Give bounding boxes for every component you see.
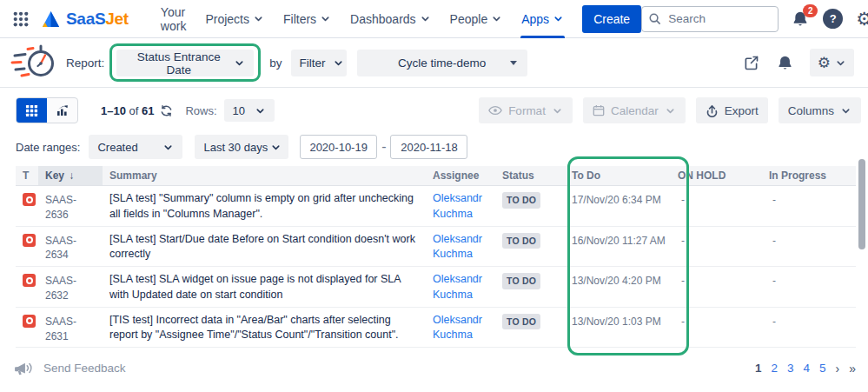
- issue-type-cell: [16, 226, 38, 267]
- next-page-icon[interactable]: ›: [836, 362, 840, 375]
- search-icon: [648, 12, 661, 25]
- primary-nav: Your work Projects Filters Dashboards Pe…: [151, 0, 573, 38]
- gear-icon: ⚙: [818, 56, 831, 70]
- issue-key-cell: SAAS-2632: [38, 267, 103, 308]
- col-header-onhold[interactable]: ON HOLD: [671, 166, 762, 186]
- assignee-link[interactable]: Oleksandr Kuchma: [433, 314, 482, 342]
- todo-date-cell: 13/Nov/20 1:03 PM: [565, 307, 671, 348]
- brand-text: SaaSJet: [66, 10, 129, 29]
- table-row[interactable]: SAAS-2631 [TIS test] Incorrect data in "…: [16, 307, 856, 348]
- bug-icon: [23, 315, 36, 328]
- chevron-down-icon: [162, 142, 174, 153]
- app-switcher-icon[interactable]: [12, 10, 30, 28]
- col-header-status[interactable]: Status: [495, 166, 565, 186]
- onhold-cell: -: [671, 226, 762, 267]
- grid-toolbar: 1–10 of 61 Rows: 10 Format Calendar: [0, 97, 868, 123]
- search-input[interactable]: [641, 6, 779, 32]
- col-header-summary[interactable]: Summary: [103, 166, 426, 186]
- date-to-input[interactable]: [390, 135, 467, 159]
- report-select[interactable]: Status Entrance Date: [116, 50, 254, 76]
- issue-status-cell: TO DO: [495, 267, 565, 308]
- report-label: Report:: [66, 56, 104, 70]
- share-export-icon[interactable]: [742, 54, 760, 72]
- grid-view-button[interactable]: [17, 98, 47, 123]
- todo-date-cell: 16/Nov/20 11:27 AM: [565, 226, 671, 267]
- status-badge: TO DO: [502, 192, 540, 209]
- settings-gear-icon[interactable]: ⚙: [856, 10, 868, 28]
- format-button[interactable]: Format: [479, 97, 573, 123]
- toolbar-right: Format Calendar Export Columns: [479, 97, 861, 123]
- chevron-down-icon: [835, 57, 846, 69]
- columns-button[interactable]: Columns: [779, 97, 861, 123]
- onhold-cell: -: [671, 307, 762, 348]
- assignee-link[interactable]: Oleksandr Kuchma: [433, 233, 482, 261]
- assignee-link[interactable]: Oleksandr Kuchma: [433, 192, 482, 220]
- table-row[interactable]: SAAS-2636 [SLA test] "Summary" column is…: [16, 186, 856, 227]
- onhold-cell: -: [671, 186, 762, 227]
- chevron-down-icon: [665, 105, 676, 116]
- inprogress-cell: -: [762, 186, 856, 227]
- date-preset-select[interactable]: Last 30 days: [195, 135, 288, 159]
- table-row[interactable]: SAAS-2632 [SLA test] SLA widget on issue…: [16, 267, 856, 308]
- create-button[interactable]: Create: [582, 5, 641, 33]
- col-header-type[interactable]: T: [16, 166, 38, 186]
- brand-logo[interactable]: SaaSJet: [40, 10, 129, 29]
- col-header-todo[interactable]: To Do: [565, 166, 671, 186]
- notifications-icon[interactable]: 2: [791, 10, 810, 29]
- report-bar: Report: Status Entrance Date by Filter C…: [0, 38, 868, 88]
- vertical-scrollbar[interactable]: [858, 159, 865, 249]
- filter-select[interactable]: Filter: [291, 50, 347, 76]
- last-page-icon[interactable]: »: [849, 362, 856, 375]
- page-link-5[interactable]: 5: [819, 362, 826, 375]
- table-row[interactable]: SAAS-2634 [SLA test] Start/Due date Befo…: [16, 226, 856, 267]
- table-header-row: T Key ↓ Summary Assignee Status To Do ON…: [16, 166, 856, 186]
- issue-key-cell: SAAS-2636: [38, 186, 103, 227]
- todo-date-cell: 17/Nov/20 6:34 PM: [565, 186, 671, 227]
- report-bell-icon[interactable]: [776, 54, 794, 72]
- send-feedback-link[interactable]: Send Feedback: [14, 360, 126, 377]
- page: SaaSJet Your work Projects Filters Dashb…: [0, 0, 868, 392]
- issues-table-wrap: T Key ↓ Summary Assignee Status To Do ON…: [16, 166, 856, 361]
- help-icon[interactable]: ?: [823, 9, 843, 29]
- date-field-select[interactable]: Created: [89, 135, 182, 159]
- page-link-2[interactable]: 2: [771, 362, 778, 375]
- chevron-down-icon: [255, 105, 266, 116]
- status-badge: TO DO: [502, 273, 540, 289]
- chart-view-button[interactable]: [47, 98, 77, 123]
- col-header-inprogress[interactable]: In Progress: [762, 166, 856, 186]
- page-link-3[interactable]: 3: [787, 362, 794, 375]
- col-header-key[interactable]: Key ↓: [38, 166, 103, 186]
- nav-item-your-work[interactable]: Your work: [151, 0, 196, 38]
- nav-item-people[interactable]: People: [441, 0, 513, 38]
- refresh-icon[interactable]: [160, 104, 173, 117]
- col-header-assignee[interactable]: Assignee: [426, 166, 495, 186]
- inprogress-cell: -: [762, 267, 856, 308]
- export-button[interactable]: Export: [696, 97, 768, 123]
- by-label: by: [269, 56, 282, 70]
- report-settings-button[interactable]: ⚙: [810, 49, 854, 76]
- bug-icon: [23, 234, 36, 247]
- rows-select[interactable]: 10: [224, 99, 275, 122]
- assignee-link[interactable]: Oleksandr Kuchma: [433, 273, 482, 301]
- chevron-down-icon: [333, 57, 344, 69]
- todo-date-cell: 13/Nov/20 4:20 PM: [565, 267, 671, 308]
- send-feedback-label: Send Feedback: [43, 362, 126, 375]
- issue-type-cell: [16, 186, 38, 227]
- issue-assignee-cell: Oleksandr Kuchma: [426, 267, 495, 308]
- nav-item-filters[interactable]: Filters: [274, 0, 341, 38]
- page-current[interactable]: 1: [755, 362, 762, 375]
- issue-status-cell: TO DO: [495, 226, 565, 267]
- calendar-button[interactable]: Calendar: [583, 97, 686, 123]
- page-link-4[interactable]: 4: [804, 362, 811, 375]
- nav-item-dashboards[interactable]: Dashboards: [341, 0, 441, 38]
- nav-item-apps[interactable]: Apps: [512, 0, 573, 38]
- nav-item-projects[interactable]: Projects: [195, 0, 274, 38]
- saved-filter-select[interactable]: Cycle time-demo: [357, 50, 527, 76]
- issue-key-cell: SAAS-2634: [38, 226, 103, 267]
- chevron-down-icon: [552, 105, 563, 116]
- date-from-input[interactable]: [300, 135, 377, 159]
- status-badge: TO DO: [502, 314, 540, 330]
- saasjet-logo-icon: [40, 10, 62, 29]
- annotation-report-select: Status Entrance Date: [109, 43, 261, 83]
- date-separator: -: [381, 139, 386, 155]
